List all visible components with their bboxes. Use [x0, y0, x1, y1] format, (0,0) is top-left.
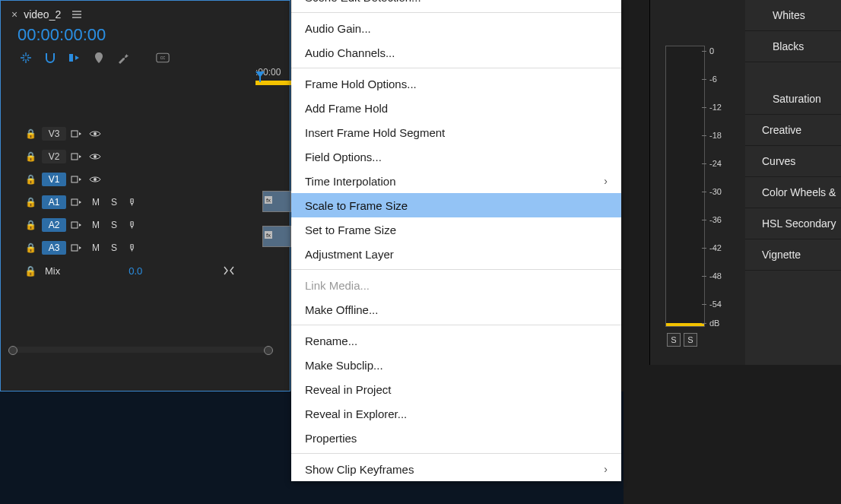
- clip-context-menu: Scene Edit Detection... Audio Gain... Au…: [291, 0, 621, 481]
- chevron-right-icon: ›: [604, 463, 608, 475]
- lock-icon[interactable]: 🔒: [24, 151, 37, 162]
- sync-lock-icon[interactable]: [71, 174, 84, 185]
- track-a1[interactable]: 🔒 A1 M S 🎙: [24, 191, 290, 214]
- clip-v1[interactable]: fx: [262, 191, 291, 212]
- eye-icon[interactable]: [89, 153, 103, 160]
- mix-value[interactable]: 0.0: [129, 265, 142, 277]
- ctx-make-subclip[interactable]: Make Subclip...: [291, 353, 621, 377]
- ctx-separator: [291, 12, 621, 13]
- ctx-field-options[interactable]: Field Options...: [291, 144, 621, 169]
- timeline-panel: × video_2 00:00:00:00 cc :00:00 🔒 V3: [0, 0, 290, 391]
- timeline-tool-row: cc: [1, 49, 290, 72]
- tab-close-button[interactable]: ×: [11, 8, 17, 21]
- ctx-make-offline[interactable]: Make Offline...: [291, 297, 621, 322]
- track-v3[interactable]: 🔒 V3: [24, 122, 290, 145]
- solo-button[interactable]: S: [107, 242, 121, 253]
- lock-icon[interactable]: 🔒: [24, 197, 37, 208]
- mix-track[interactable]: 🔒 Mix 0.0: [24, 259, 290, 282]
- ctx-scene-edit[interactable]: Scene Edit Detection...: [291, 0, 621, 9]
- sequence-tab-title[interactable]: video_2: [24, 8, 61, 21]
- eye-icon[interactable]: [89, 176, 103, 183]
- ctx-reveal-project[interactable]: Reveal in Project: [291, 377, 621, 401]
- tick-unit: dB: [709, 319, 719, 328]
- snap-icon[interactable]: [43, 51, 57, 65]
- track-label[interactable]: A1: [42, 195, 66, 209]
- section-blacks[interactable]: Blacks: [745, 31, 841, 62]
- ctx-rename[interactable]: Rename...: [291, 328, 621, 353]
- track-label[interactable]: V1: [42, 173, 66, 186]
- lock-icon[interactable]: 🔒: [24, 265, 37, 277]
- timecode-display[interactable]: 00:00:00:00: [1, 25, 290, 49]
- solo-right-button[interactable]: S: [684, 333, 697, 347]
- track-label[interactable]: A2: [42, 218, 66, 232]
- meter-peak: [666, 323, 704, 326]
- audio-meter[interactable]: [665, 46, 705, 327]
- tab-menu-icon[interactable]: [67, 9, 82, 20]
- ctx-adjustment-layer[interactable]: Adjustment Layer: [291, 242, 621, 266]
- mic-icon[interactable]: 🎙: [125, 242, 139, 253]
- eye-icon[interactable]: [89, 130, 103, 138]
- lock-icon[interactable]: 🔒: [24, 174, 37, 185]
- solo-button[interactable]: S: [107, 197, 121, 208]
- section-hsl-secondary[interactable]: HSL Secondary: [745, 208, 841, 239]
- ctx-audio-gain[interactable]: Audio Gain...: [291, 16, 621, 40]
- sync-lock-icon[interactable]: [71, 128, 84, 139]
- mute-button[interactable]: M: [89, 197, 103, 208]
- chevron-right-icon: ›: [604, 175, 608, 187]
- lock-icon[interactable]: 🔒: [24, 242, 37, 253]
- track-v2[interactable]: 🔒 V2: [24, 145, 290, 168]
- section-vignette[interactable]: Vignette: [745, 239, 841, 271]
- wrench-icon[interactable]: [116, 51, 130, 65]
- mic-icon[interactable]: 🎙: [125, 220, 139, 230]
- svg-rect-0: [69, 54, 73, 62]
- track-a3[interactable]: 🔒 A3 M S 🎙: [24, 236, 290, 259]
- track-label[interactable]: A3: [42, 241, 66, 255]
- mute-button[interactable]: M: [89, 220, 103, 230]
- timeline-scrollbar[interactable]: [11, 347, 270, 353]
- playhead-icon[interactable]: [255, 71, 265, 82]
- clip-a1[interactable]: fx: [262, 226, 291, 247]
- section-creative[interactable]: Creative: [745, 115, 841, 146]
- sync-lock-icon[interactable]: [71, 197, 84, 208]
- track-label[interactable]: V2: [42, 150, 66, 163]
- tick-42: -42: [709, 244, 722, 252]
- mute-button[interactable]: M: [89, 242, 103, 253]
- lock-icon[interactable]: 🔒: [24, 220, 37, 230]
- section-curves[interactable]: Curves: [745, 146, 841, 177]
- ctx-scale-to-frame[interactable]: Scale to Frame Size: [291, 193, 621, 217]
- ctx-set-to-frame[interactable]: Set to Frame Size: [291, 217, 621, 242]
- lock-icon[interactable]: 🔒: [24, 128, 37, 139]
- svg-rect-3: [259, 76, 261, 82]
- ctx-insert-frame-hold[interactable]: Insert Frame Hold Segment: [291, 120, 621, 144]
- track-a2[interactable]: 🔒 A2 M S 🎙: [24, 214, 290, 236]
- solo-left-button[interactable]: S: [667, 333, 681, 347]
- mic-icon[interactable]: 🎙: [125, 197, 139, 208]
- stereo-link-icon[interactable]: [223, 266, 235, 275]
- svg-rect-11: [71, 222, 78, 228]
- section-saturation[interactable]: Saturation: [745, 62, 841, 115]
- track-label[interactable]: V3: [42, 127, 66, 141]
- ctx-frame-hold-options[interactable]: Frame Hold Options...: [291, 71, 621, 96]
- ctx-time-interpolation[interactable]: Time Interpolation›: [291, 169, 621, 193]
- linked-selection-icon[interactable]: [68, 51, 81, 65]
- ctx-audio-channels[interactable]: Audio Channels...: [291, 40, 621, 65]
- caption-icon[interactable]: cc: [156, 51, 170, 65]
- section-whites[interactable]: Whites: [745, 0, 841, 31]
- ctx-show-clip-keyframes[interactable]: Show Clip Keyframes›: [291, 457, 621, 481]
- meter-solo-row: S S: [667, 333, 697, 347]
- marker-icon[interactable]: [92, 51, 106, 65]
- ctx-reveal-explorer[interactable]: Reveal in Explorer...: [291, 401, 621, 426]
- sync-lock-icon[interactable]: [71, 242, 84, 253]
- section-color-wheels[interactable]: Color Wheels &: [745, 177, 841, 208]
- track-v1[interactable]: 🔒 V1: [24, 168, 290, 191]
- svg-rect-6: [71, 154, 78, 160]
- sync-lock-icon[interactable]: [71, 220, 84, 230]
- svg-point-5: [94, 132, 97, 135]
- tick-12: -12: [709, 103, 722, 112]
- solo-button[interactable]: S: [107, 220, 121, 230]
- insert-sequence-icon[interactable]: [19, 51, 33, 65]
- fx-badge-icon: fx: [265, 196, 272, 204]
- ctx-properties[interactable]: Properties: [291, 426, 621, 450]
- sync-lock-icon[interactable]: [71, 151, 84, 162]
- ctx-add-frame-hold[interactable]: Add Frame Hold: [291, 96, 621, 120]
